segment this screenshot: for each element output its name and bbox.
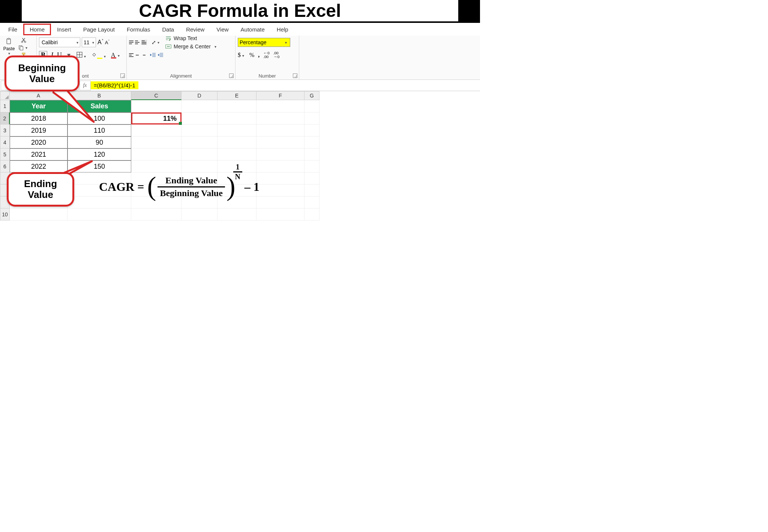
cagr-exponent: 1 N <box>233 163 242 181</box>
cell-a5[interactable]: 2021 <box>10 148 68 160</box>
number-format-value: Percentage <box>240 39 267 45</box>
svg-rect-1 <box>8 38 10 39</box>
col-header-e[interactable]: E <box>218 91 256 100</box>
increase-decimal-icon[interactable]: ←0.00 <box>263 51 270 59</box>
ribbon-tabs: File Home Insert Page Layout Formulas Da… <box>0 23 480 36</box>
number-format-select[interactable]: Percentage▾ <box>238 38 290 47</box>
align-middle-icon[interactable] <box>135 40 140 44</box>
tab-file[interactable]: File <box>2 24 23 35</box>
fill-color-button[interactable]: ▾ <box>91 52 107 59</box>
cell-b5[interactable]: 120 <box>68 148 131 160</box>
align-right-icon[interactable] <box>141 53 146 57</box>
callout-ending-value: Ending Value <box>7 172 74 207</box>
tab-formulas[interactable]: Formulas <box>121 24 156 35</box>
tab-help[interactable]: Help <box>271 24 294 35</box>
tab-review[interactable]: Review <box>180 24 210 35</box>
copy-icon[interactable]: ▾ <box>18 45 29 51</box>
cagr-lhs: CAGR = <box>99 180 144 194</box>
select-all-triangle[interactable] <box>0 91 10 100</box>
svg-point-2 <box>21 41 23 43</box>
paste-label: Paste <box>3 46 15 51</box>
svg-rect-6 <box>22 53 25 54</box>
row-header-6[interactable]: 6 <box>0 160 10 172</box>
row-header-4[interactable]: 4 <box>0 136 10 148</box>
wrap-text-label: Wrap Text <box>174 35 197 41</box>
cagr-tail: – 1 <box>244 180 260 194</box>
decrease-font-icon[interactable]: A˅ <box>105 39 110 45</box>
paste-button[interactable]: Paste ▾ <box>2 38 16 55</box>
decrease-decimal-icon[interactable]: .00→0 <box>273 51 280 59</box>
font-name-select[interactable]: Calibiri▾ <box>39 37 80 47</box>
wrap-merge: Wrap Text Merge & Center▾ <box>165 35 218 49</box>
tab-home[interactable]: Home <box>23 24 51 35</box>
orientation-icon[interactable]: ⤢▾ <box>152 39 161 45</box>
paste-icon <box>5 38 13 45</box>
row-header-10[interactable]: 10 <box>0 208 10 220</box>
cell-b4[interactable]: 90 <box>68 136 131 148</box>
tab-data[interactable]: Data <box>156 24 180 35</box>
cell-b3[interactable]: 110 <box>68 124 131 136</box>
app-root: CAGR Formula in Excel File Home Insert P… <box>0 0 480 333</box>
cut-icon[interactable] <box>18 37 29 43</box>
cell-a3[interactable]: 2019 <box>10 124 68 136</box>
row-header-5[interactable]: 5 <box>0 148 10 160</box>
font-size-select[interactable]: 11▾ <box>82 37 96 47</box>
svg-rect-5 <box>20 46 23 50</box>
cagr-formula: CAGR = ( Ending Value Beginning Value ) … <box>99 175 260 199</box>
col-header-c[interactable]: C <box>131 91 182 100</box>
merge-center-label: Merge & Center <box>174 43 211 49</box>
row-header-2[interactable]: 2 <box>0 112 10 124</box>
group-number: Percentage▾ $▾ % , ←0.00 .00→0 Number <box>236 36 299 79</box>
comma-format-button[interactable]: , <box>258 52 260 58</box>
tab-insert[interactable]: Insert <box>51 24 77 35</box>
increase-indent-icon[interactable] <box>158 52 164 58</box>
chevron-down-icon: ▾ <box>7 51 12 55</box>
cell-c1[interactable] <box>131 100 182 112</box>
cell-c2-selected[interactable]: 11% <box>131 112 182 124</box>
group-alignment: ⤢▾ Wrap Text Merge & Center▾ Alignment <box>127 36 236 79</box>
decrease-indent-icon[interactable] <box>150 52 156 58</box>
increase-font-icon[interactable]: A˄ <box>98 39 104 46</box>
borders-button[interactable]: ▾ <box>76 52 87 59</box>
row-header-1[interactable]: 1 <box>0 100 10 112</box>
tab-automate[interactable]: Automate <box>235 24 271 35</box>
formula-input[interactable]: =(B6/B2)^(1/4)-1 <box>91 81 138 89</box>
align-left-icon[interactable] <box>129 53 134 57</box>
col-header-f[interactable]: F <box>256 91 304 100</box>
chevron-down-icon: ▾ <box>91 40 96 45</box>
merge-center-button[interactable]: Merge & Center▾ <box>165 43 218 49</box>
align-center-icon[interactable] <box>135 53 140 57</box>
font-size-value: 11 <box>84 39 90 45</box>
align-top-icon[interactable] <box>129 40 134 44</box>
alignment-group-label: Alignment <box>127 73 235 79</box>
callout-beginning-value: Beginning Value <box>4 55 80 91</box>
col-header-d[interactable]: D <box>182 91 218 100</box>
tab-view[interactable]: View <box>210 24 234 35</box>
row-header-3[interactable]: 3 <box>0 124 10 136</box>
page-banner: CAGR Formula in Excel <box>0 0 480 21</box>
accounting-format-button[interactable]: $▾ <box>238 52 246 58</box>
chevron-down-icon: ▾ <box>284 40 288 45</box>
font-name-value: Calibiri <box>42 39 58 45</box>
percent-format-button[interactable]: % <box>249 52 254 58</box>
cell-a4[interactable]: 2020 <box>10 136 68 148</box>
col-header-g[interactable]: G <box>304 91 320 100</box>
align-bottom-icon[interactable] <box>141 40 147 45</box>
cagr-fraction: Ending Value Beginning Value <box>158 175 225 199</box>
font-color-button[interactable]: A▾ <box>111 52 121 58</box>
number-dialog-launcher[interactable] <box>293 73 297 78</box>
font-dialog-launcher[interactable] <box>120 73 125 78</box>
page-title: CAGR Formula in Excel <box>139 2 341 20</box>
chevron-down-icon: ▾ <box>75 40 80 45</box>
svg-point-3 <box>24 41 26 43</box>
tab-page-layout[interactable]: Page Layout <box>77 24 121 35</box>
alignment-dialog-launcher[interactable] <box>229 73 234 78</box>
wrap-text-button[interactable]: Wrap Text <box>165 35 218 41</box>
number-group-label: Number <box>236 73 299 79</box>
